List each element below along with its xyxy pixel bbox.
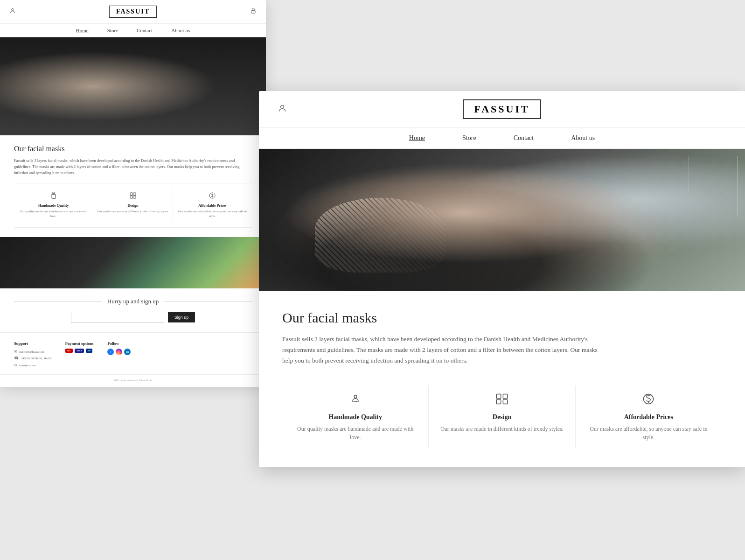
svg-rect-2 bbox=[130, 193, 132, 195]
visa-badge: VISA bbox=[75, 349, 84, 353]
svg-point-7 bbox=[281, 105, 284, 108]
design-title-small: Design bbox=[96, 203, 169, 208]
section-title-small: Our facial masks bbox=[14, 145, 252, 153]
handmade-icon-large bbox=[292, 392, 419, 409]
nav-store-small[interactable]: Store bbox=[107, 28, 118, 33]
feature-handmade-large: Handmade Quality Our quality masks are h… bbox=[282, 385, 429, 448]
section-title-large: Our facial masks bbox=[282, 310, 722, 326]
footer-address: ⊙ fassuit street bbox=[14, 362, 51, 369]
price-icon-large bbox=[585, 392, 712, 409]
instagram-icon[interactable]: ◎ bbox=[116, 349, 122, 355]
svg-rect-3 bbox=[133, 193, 136, 195]
hero-image-small bbox=[0, 37, 266, 135]
nav-contact-small[interactable]: Contact bbox=[137, 28, 153, 33]
footer-payment-heading: Payment options bbox=[65, 341, 94, 346]
handmade-desc-small: Our quality masks are handmade and are m… bbox=[17, 210, 90, 219]
small-footer: Support ✉ support@fassuit.dk ☎ +45 00 00… bbox=[0, 332, 266, 374]
products-image-small bbox=[0, 237, 266, 288]
signup-input-small[interactable] bbox=[71, 312, 164, 323]
features-row-large: Handmade Quality Our quality masks are h… bbox=[282, 376, 722, 453]
design-desc-small: Our masks are made in different kinds of… bbox=[96, 210, 169, 214]
footer-email: ✉ support@fassuit.dk bbox=[14, 349, 51, 355]
signup-button-small[interactable]: Sign up bbox=[168, 312, 195, 322]
price-title-large: Affordable Prices bbox=[585, 413, 712, 421]
price-desc-large: Our masks are affordable, so anyone can … bbox=[585, 425, 712, 441]
nav-store-large[interactable]: Store bbox=[462, 134, 476, 142]
nav-home-large[interactable]: Home bbox=[409, 134, 425, 142]
signup-section-small: Hurry up and sign up Sign up bbox=[0, 288, 266, 332]
small-header: FASSUIT bbox=[0, 0, 266, 24]
footer-follow-heading: Follow bbox=[107, 341, 131, 346]
signup-heading-small: Hurry up and sign up bbox=[14, 298, 252, 305]
nav-home-small[interactable]: Home bbox=[76, 28, 89, 33]
large-browser-window: FASSUIT Home Store Contact About us Our … bbox=[259, 91, 745, 467]
svg-rect-1 bbox=[251, 10, 255, 13]
svg-rect-5 bbox=[133, 196, 136, 198]
mastercard-badge: MC bbox=[65, 349, 73, 353]
facebook-icon[interactable]: f bbox=[107, 349, 114, 355]
svg-rect-9 bbox=[503, 394, 507, 398]
email-icon: ✉ bbox=[14, 349, 17, 355]
design-title-large: Design bbox=[438, 413, 565, 421]
payment-options: MC VISA PP bbox=[65, 349, 94, 353]
user-icon bbox=[9, 7, 16, 16]
svg-rect-11 bbox=[503, 399, 507, 404]
feature-design-large: Design Our masks are made in different k… bbox=[429, 385, 575, 448]
price-title-small: Affordable Prices bbox=[176, 203, 249, 208]
brand-logo-large: FASSUIT bbox=[463, 99, 541, 119]
svg-rect-8 bbox=[496, 394, 501, 398]
footer-support-col: Support ✉ support@fassuit.dk ☎ +45 00 00… bbox=[14, 341, 51, 369]
nav-about-large[interactable]: About us bbox=[571, 134, 595, 142]
handmade-title-small: Handmade Quality bbox=[17, 203, 90, 208]
lock-icon bbox=[250, 7, 257, 16]
section-body-small: Fassuit sells 3 layers facial masks, whi… bbox=[14, 158, 252, 175]
svg-rect-10 bbox=[496, 399, 501, 404]
design-icon-small bbox=[96, 192, 169, 201]
location-icon: ⊙ bbox=[14, 362, 17, 369]
small-content-section: Our facial masks Fassuit sells 3 layers … bbox=[0, 135, 266, 237]
feature-handmade-small: Handmade Quality Our quality masks are h… bbox=[14, 188, 93, 223]
large-content-section: Our facial masks Fassuit sells 3 layers … bbox=[259, 291, 745, 467]
user-icon-large bbox=[278, 104, 287, 115]
linkedin-icon[interactable]: in bbox=[124, 349, 131, 355]
hero-image-large bbox=[259, 149, 745, 291]
design-icon-large bbox=[438, 392, 565, 409]
handmade-desc-large: Our quality masks are handmade and are m… bbox=[292, 425, 419, 441]
price-desc-small: Our masks are affordable, so anyone can … bbox=[176, 210, 249, 219]
feature-price-large: Affordable Prices Our masks are affordab… bbox=[576, 385, 722, 448]
nav-contact-large[interactable]: Contact bbox=[514, 134, 534, 142]
nav-about-small[interactable]: About us bbox=[171, 28, 190, 33]
footer-support-heading: Support bbox=[14, 341, 51, 346]
svg-rect-4 bbox=[130, 196, 132, 198]
footer-follow-col: Follow f ◎ in bbox=[107, 341, 131, 369]
feature-price-small: Affordable Prices Our masks are affordab… bbox=[173, 188, 252, 223]
price-icon-small bbox=[176, 192, 249, 201]
footer-payment-col: Payment options MC VISA PP bbox=[65, 341, 94, 369]
small-nav: Home Store Contact About us bbox=[0, 24, 266, 37]
small-browser-window: FASSUIT Home Store Contact About us Our … bbox=[0, 0, 266, 387]
large-header: FASSUIT bbox=[259, 91, 745, 128]
handmade-icon-small bbox=[17, 192, 90, 201]
phone-icon: ☎ bbox=[14, 355, 19, 362]
features-row-small: Handmade Quality Our quality masks are h… bbox=[14, 183, 252, 228]
large-nav: Home Store Contact About us bbox=[259, 128, 745, 149]
brand-logo: FASSUIT bbox=[109, 6, 157, 18]
signup-form-small[interactable]: Sign up bbox=[14, 312, 252, 323]
section-body-large: Fassuit sells 3 layers facial masks, whi… bbox=[282, 334, 609, 366]
svg-point-0 bbox=[12, 8, 14, 11]
design-desc-large: Our masks are made in different kinds of… bbox=[438, 425, 565, 433]
footer-phone: ☎ +45 00 00 00 00, 10-18 bbox=[14, 355, 51, 362]
handmade-title-large: Handmade Quality bbox=[292, 413, 419, 421]
copyright-small: All rights reserved Fassuit.dk bbox=[0, 374, 266, 387]
feature-design-small: Design Our masks are made in different k… bbox=[93, 188, 173, 223]
paypal-badge: PP bbox=[86, 349, 92, 353]
social-links: f ◎ in bbox=[107, 349, 131, 355]
